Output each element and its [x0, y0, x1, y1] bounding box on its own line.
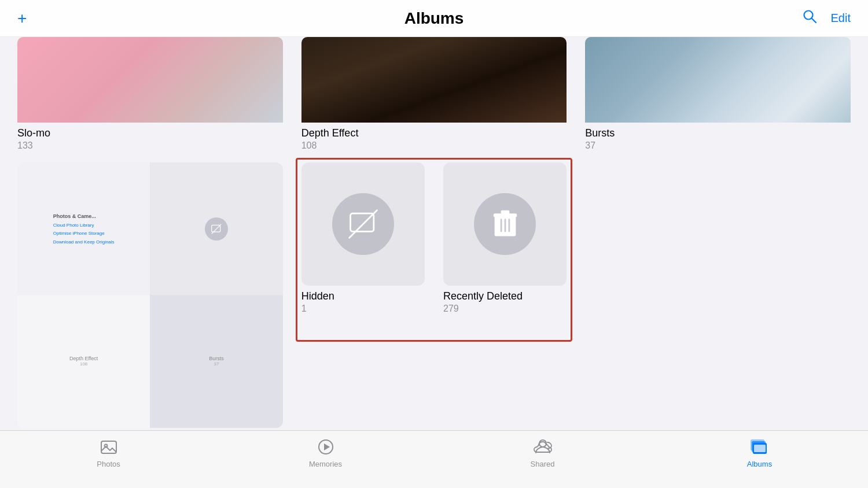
- album-item-recently-deleted[interactable]: Recently Deleted 279: [443, 162, 567, 314]
- header-left: +: [17, 9, 27, 28]
- svg-rect-21: [754, 445, 766, 452]
- shared-icon: [534, 438, 552, 456]
- svg-line-1: [812, 19, 816, 23]
- composite-cell-4: Bursts 37: [150, 295, 282, 427]
- svg-marker-15: [324, 443, 330, 450]
- album-name-hidden: Hidden: [301, 290, 425, 302]
- album-item-hidden[interactable]: Hidden 1: [301, 162, 425, 314]
- svg-line-5: [349, 210, 377, 238]
- utility-albums-wrapper: Hidden 1: [301, 162, 567, 430]
- tab-label-albums: Albums: [747, 460, 772, 468]
- svg-rect-12: [101, 441, 116, 453]
- album-thumb-hidden: [301, 162, 425, 286]
- svg-rect-9: [500, 219, 502, 232]
- album-label-bursts: Bursts 37: [585, 123, 851, 151]
- tab-item-albums[interactable]: Albums: [651, 438, 868, 468]
- album-name-slomo: Slo-mo: [17, 127, 283, 139]
- tab-item-shared[interactable]: Shared: [434, 438, 651, 468]
- svg-rect-11: [508, 219, 510, 232]
- tab-label-photos: Photos: [97, 460, 120, 468]
- album-thumb-screenshots: Photos & Came... Cloud Photo Library Opt…: [17, 162, 283, 428]
- album-count-recently-deleted: 279: [443, 304, 567, 314]
- album-item-depth[interactable]: Depth Effect 108: [301, 37, 567, 151]
- album-name-depth: Depth Effect: [301, 127, 567, 139]
- tab-label-memories: Memories: [309, 460, 342, 468]
- tab-item-memories[interactable]: Memories: [217, 438, 434, 468]
- svg-rect-8: [501, 210, 509, 215]
- utility-row: Hidden 1: [301, 162, 567, 314]
- tab-label-shared: Shared: [531, 460, 555, 468]
- album-item-slomo[interactable]: Slo-mo 133: [17, 37, 283, 151]
- header-right: Edit: [802, 9, 851, 28]
- edit-button[interactable]: Edit: [831, 12, 851, 25]
- album-thumb-bursts: [585, 37, 851, 123]
- mini-hidden-icon: [205, 217, 228, 241]
- composite-cell-1: Photos & Came... Cloud Photo Library Opt…: [17, 162, 150, 295]
- main-content: Slo-mo 133 Depth Effect 108 Bursts 37: [0, 37, 868, 430]
- album-count-slomo: 133: [17, 141, 283, 151]
- album-label-slomo: Slo-mo 133: [17, 123, 283, 151]
- page-title: Albums: [404, 9, 464, 28]
- photos-icon: [100, 438, 118, 456]
- memories-icon: [317, 438, 335, 456]
- album-thumb-slomo: [17, 37, 283, 123]
- album-thumb-recently-deleted: [443, 162, 567, 286]
- album-item-bursts[interactable]: Bursts 37: [585, 37, 851, 151]
- album-label-depth: Depth Effect 108: [301, 123, 567, 151]
- svg-rect-10: [504, 219, 506, 232]
- top-row-images: Slo-mo 133 Depth Effect 108 Bursts 37: [17, 37, 851, 151]
- add-button[interactable]: +: [17, 9, 27, 28]
- composite-cell-2: [150, 162, 282, 295]
- middle-row: Photos & Came... Cloud Photo Library Opt…: [17, 162, 851, 430]
- album-count-depth: 108: [301, 141, 567, 151]
- tab-item-photos[interactable]: Photos: [0, 438, 217, 468]
- header: + Albums Edit: [0, 0, 868, 37]
- search-button[interactable]: [802, 9, 817, 28]
- hidden-thumb-icon: [332, 193, 394, 255]
- album-count-bursts: 37: [585, 141, 851, 151]
- tab-bar: Photos Memories Shared: [0, 430, 868, 488]
- album-thumb-depth: [301, 37, 567, 123]
- trash-thumb-icon: [474, 193, 536, 255]
- svg-line-3: [212, 224, 222, 234]
- album-count-hidden: 1: [301, 304, 425, 314]
- composite-cell-3: Depth Effect 108: [17, 295, 150, 427]
- album-name-recently-deleted: Recently Deleted: [443, 290, 567, 302]
- album-item-screenshots[interactable]: Photos & Came... Cloud Photo Library Opt…: [17, 162, 283, 430]
- album-name-bursts: Bursts: [585, 127, 851, 139]
- albums-icon: [751, 438, 769, 456]
